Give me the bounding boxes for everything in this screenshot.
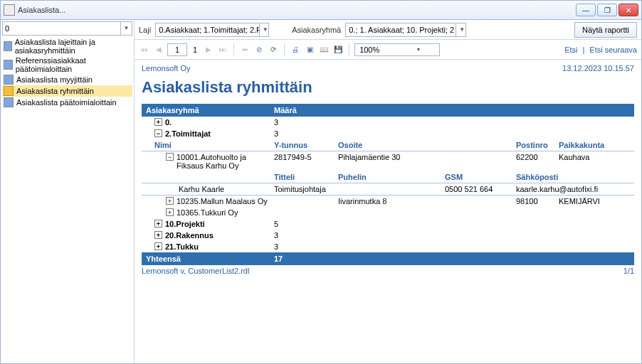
sidebar-combo-input[interactable] [3,24,120,33]
data-row[interactable]: −10001.Autohuolto ja Fiksaus Karhu Oy 28… [142,151,634,171]
report-nav-toolbar: ⏮ ◀ 1 ▶ ⏭ ⬅ ⊘ ⟳ 🖨 ▣ 📖 💾 100% ▾ Etsi | Et… [135,40,641,60]
data-row[interactable]: +10365.Tukkuri Oy [142,207,634,218]
report-footer-right: 1/1 [623,267,634,275]
ryhma-combo[interactable]: 0.; 1. Asiakkaat; 10. Projekti; 2 ▼ [345,23,466,37]
export-icon[interactable]: 💾 [332,44,344,55]
sidebar-item-0[interactable]: Asiakaslista lajeittain ja asiakasryhmit… [2,37,132,55]
expand-icon[interactable]: + [154,242,162,250]
laji-combo[interactable]: 0.Asiakkaat; 1.Toimittajat; 2.Pro ▼ [155,23,269,37]
sub-header-row: Nimi Y-tunnus Osoite Postinro Paikkakunt… [142,139,634,151]
report-icon [4,60,13,70]
report-icon [4,97,14,107]
zoom-combo[interactable]: 100% ▾ [354,43,440,56]
col-asiakasryhma: Asiakasryhmä [146,106,274,114]
chevron-down-icon[interactable]: ▼ [120,22,132,35]
group-row[interactable]: −2.Toimittajat 3 [142,128,634,139]
app-icon [4,4,15,16]
separator [349,43,349,56]
group-row[interactable]: +10.Projekti 5 [142,218,634,230]
separator: | [582,46,584,54]
chevron-down-icon[interactable]: ▼ [456,23,465,36]
report-title: Asiakaslista ryhmittäin [142,78,634,97]
expand-icon[interactable]: + [154,220,162,228]
collapse-icon[interactable]: − [154,129,162,137]
expand-icon[interactable]: + [154,231,162,239]
chevron-down-icon[interactable]: ▾ [397,46,439,53]
group-row[interactable]: +21.Tukku 3 [142,241,634,252]
col-maara: Määrä [274,106,630,114]
stop-icon[interactable]: ⊘ [253,44,265,55]
sidebar: ▼ Asiakaslista lajeittain ja asiakasryhm… [1,20,135,363]
report-icon [4,41,12,51]
find-next-link[interactable]: Etsi seuraava [589,46,637,54]
group-row[interactable]: +20.Rakennus 3 [142,230,634,241]
total-value: 17 [274,255,630,263]
first-page-icon: ⏮ [139,44,150,55]
report-date: 13.12.2023 10.15.57 [562,64,634,73]
chevron-down-icon[interactable]: ▼ [259,23,268,36]
report-footer-left: Lemonsoft v, CustomerList2.rdl [142,267,249,275]
expand-icon[interactable]: + [166,197,174,205]
sidebar-item-2[interactable]: Asiakaslista myyjittäin [2,74,132,85]
total-band: Yhteensä 17 [142,252,634,265]
sidebar-item-label: Asiakaslista ryhmittäin [16,87,94,95]
contact-row: Karhu Kaarle Toimitusjohtaja 0500 521 66… [142,183,634,196]
report-icon [4,75,14,85]
maximize-button[interactable]: ❐ [597,4,617,16]
report-area: Lemonsoft Oy 13.12.2023 10.15.57 Asiakas… [135,60,641,363]
filter-toolbar: Laji 0.Asiakkaat; 1.Toimittajat; 2.Pro ▼… [135,20,641,40]
close-button[interactable]: ✕ [619,4,638,16]
page-setup-icon[interactable]: 📖 [318,44,330,55]
ryhma-label: Asiakasryhmä [292,26,341,34]
separator [284,43,285,56]
back-icon: ⬅ [239,44,251,55]
minimize-button[interactable]: — [576,4,596,16]
prev-page-icon: ◀ [153,44,164,55]
ryhma-value: 0.; 1. Asiakkaat; 10. Projekti; 2 [346,26,456,34]
next-page-icon: ▶ [203,44,214,55]
sidebar-item-3[interactable]: Asiakaslista ryhmittäin [2,85,132,97]
collapse-icon[interactable]: − [166,153,174,161]
report-org: Lemonsoft Oy [142,64,190,73]
last-page-icon: ⏭ [217,44,228,55]
group-row[interactable]: +0. 3 [142,117,634,128]
sidebar-item-4[interactable]: Asiakaslista päätoimialoittain [2,97,132,108]
sidebar-combo[interactable]: ▼ [2,21,132,36]
show-report-button[interactable]: Näytä raportti [574,22,637,38]
sub-header-row-2: Titteli Puhelin GSM Sähköposti [142,171,634,183]
page-total: 1 [193,46,197,54]
page-current-input[interactable] [167,43,187,56]
expand-icon[interactable]: + [154,118,162,126]
sidebar-item-label: Asiakaslista päätoimialoittain [16,98,117,107]
data-row[interactable]: +10235.Mallun Maalaus Oy Iivarinmutka 8 … [142,196,634,207]
find-link[interactable]: Etsi [564,46,577,54]
separator [233,43,234,56]
group-header-band: Asiakasryhmä Määrä [142,104,634,117]
print-icon[interactable]: 🖨 [290,44,301,55]
total-label: Yhteensä [146,255,274,263]
layout-icon[interactable]: ▣ [304,44,315,55]
window-title: Asiakaslista... [18,6,576,14]
window-titlebar: Asiakaslista... — ❐ ✕ [0,0,642,20]
sidebar-item-label: Referenssiasiakkaat päätoimialoittain [16,56,131,73]
refresh-icon[interactable]: ⟳ [268,44,279,55]
laji-label: Laji [139,26,151,34]
expand-icon[interactable]: + [166,208,174,216]
sidebar-item-1[interactable]: Referenssiasiakkaat päätoimialoittain [2,55,132,74]
zoom-value: 100% [355,46,397,54]
report-icon [4,86,14,96]
laji-value: 0.Asiakkaat; 1.Toimittajat; 2.Pro [156,26,259,34]
sidebar-item-label: Asiakaslista myyjittäin [16,75,93,84]
sidebar-item-label: Asiakaslista lajeittain ja asiakasryhmit… [15,38,131,55]
